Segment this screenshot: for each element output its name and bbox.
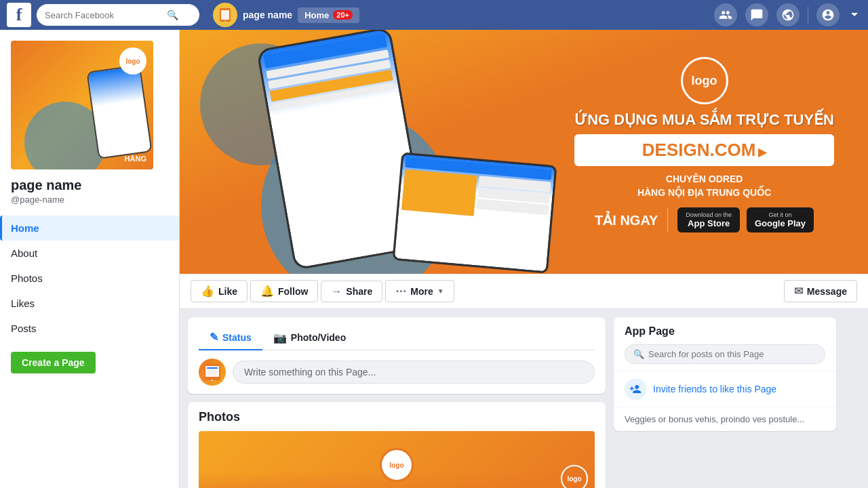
message-button[interactable]: ✉ Message xyxy=(784,280,857,302)
globe-icon[interactable] xyxy=(776,3,800,26)
right-column: App Page 🔍 Invite friends to like this P… xyxy=(614,317,844,488)
cover-tai-text: TẢI NGAY xyxy=(595,212,658,228)
two-col-layout: ✎ Status 📷 Photo/Video xyxy=(180,309,844,488)
main-column: ✎ Status 📷 Photo/Video xyxy=(180,317,614,488)
thumb-phone xyxy=(86,64,152,159)
cover-logo-text: logo xyxy=(692,74,717,88)
svg-rect-7 xyxy=(207,370,214,371)
right-panel-lorem: Veggies or bonus vehis, proindo ves post… xyxy=(614,407,836,431)
topnav-page-name: page name xyxy=(243,9,292,20)
tai-divider xyxy=(667,208,668,232)
share-button[interactable]: → Share xyxy=(321,281,382,302)
like-button[interactable]: 👍 Like xyxy=(191,280,248,302)
photo-center-logo: logo xyxy=(380,448,414,482)
topnav-center: page name Home 20+ xyxy=(199,3,714,27)
more-dropdown-arrow: ▼ xyxy=(437,287,444,295)
cover-bg: logo ỨNG DỤNG MUA SẮM TRỰC TUYẾN DESIGN.… xyxy=(180,30,868,274)
cover-photo: logo ỨNG DỤNG MUA SẮM TRỰC TUYẾN DESIGN.… xyxy=(180,30,868,274)
message-label: Message xyxy=(807,286,847,297)
cover-logo-circle: logo xyxy=(681,57,728,104)
search-icon: 🔍 xyxy=(167,9,178,20)
share-icon: → xyxy=(331,285,342,298)
pencil-icon: ✎ xyxy=(210,331,218,344)
cover-text-area: logo ỨNG DỤNG MUA SẮM TRỰC TUYẾN DESIGN.… xyxy=(574,57,834,232)
top-navigation: f 🔍 page name Home 20+ xyxy=(0,0,868,30)
cover-thumb-bg: logo ÚNG HÀNG xyxy=(11,41,153,169)
photo-tab-label: Photo/Video xyxy=(291,332,346,343)
cover-subtitle-1: CHUYÊN ODRED xyxy=(574,173,834,186)
thumbs-up-icon: 👍 xyxy=(201,285,214,298)
cover-site-box: DESIGN.COM ▶ xyxy=(574,134,834,166)
fb-logo-letter: f xyxy=(16,5,22,25)
friends-icon[interactable] xyxy=(714,3,737,26)
content-area: logo ỨNG DỤNG MUA SẮM TRỰC TUYẾN DESIGN.… xyxy=(180,30,868,488)
google-play-button[interactable]: Get it on Google Play xyxy=(747,207,814,232)
search-box[interactable]: 🔍 xyxy=(37,4,199,26)
nav-divider xyxy=(808,7,808,23)
google-play-sub: Get it on xyxy=(768,211,791,218)
message-icon: ✉ xyxy=(794,285,803,298)
search-sm-icon: 🔍 xyxy=(633,349,644,359)
left-sidebar: logo ÚNG HÀNG page name @page-name Home … xyxy=(0,30,180,488)
facebook-logo[interactable]: f xyxy=(7,3,31,27)
follow-button[interactable]: 🔔 Follow xyxy=(250,280,318,302)
like-label: Like xyxy=(218,286,237,297)
photos-section: Photos logo logo xyxy=(188,402,606,488)
svg-point-5 xyxy=(212,380,214,382)
sidebar-item-posts[interactable]: Posts xyxy=(0,316,179,341)
cover-main-title: ỨNG DỤNG MUA SẮM TRỰC TUYẾN xyxy=(574,111,834,129)
messages-icon[interactable] xyxy=(745,3,768,26)
create-page-button[interactable]: Create a Page xyxy=(11,352,96,373)
invite-icon xyxy=(625,378,646,400)
right-panel: App Page 🔍 Invite friends to like this P… xyxy=(614,317,836,431)
more-button[interactable]: ⋯ More ▼ xyxy=(385,280,454,302)
invite-text: Invite friends to like this Page xyxy=(653,384,776,394)
app-store-label: App Store xyxy=(688,218,730,228)
app-store-button[interactable]: Download on the App Store xyxy=(677,207,740,232)
sidebar-cover-photo[interactable]: logo ÚNG HÀNG xyxy=(11,41,153,169)
sidebar-item-about[interactable]: About xyxy=(0,241,179,266)
status-avatar xyxy=(199,359,226,386)
google-play-label: Google Play xyxy=(755,218,806,228)
home-button[interactable]: Home 20+ xyxy=(298,7,359,23)
account-icon[interactable] xyxy=(816,3,840,26)
notification-badge: 20+ xyxy=(333,10,353,20)
share-label: Share xyxy=(346,286,372,297)
sidebar-item-photos[interactable]: Photos xyxy=(0,266,179,291)
more-label: More xyxy=(410,286,433,297)
sidebar-page-handle: @page-name xyxy=(11,195,168,205)
status-input-field[interactable]: Write something on this Page... xyxy=(233,361,595,384)
cursor-icon: ▶ xyxy=(758,146,766,158)
sidebar-profile: logo ÚNG HÀNG page name @page-name xyxy=(0,30,179,210)
sidebar-item-home[interactable]: Home xyxy=(0,216,179,241)
status-tab-photo[interactable]: 📷 Photo/Video xyxy=(262,325,357,350)
photos-strip[interactable]: logo logo xyxy=(199,431,595,488)
home-label: Home xyxy=(304,10,329,20)
page-avatar-icon xyxy=(217,7,233,23)
avatar xyxy=(213,3,237,27)
main-layout: logo ÚNG HÀNG page name @page-name Home … xyxy=(0,30,868,488)
phone-mockup-tablet xyxy=(392,152,557,273)
cover-site-text: DESIGN.COM xyxy=(642,140,756,160)
status-tab-status[interactable]: ✎ Status xyxy=(199,325,262,350)
dropdown-icon[interactable] xyxy=(848,3,861,26)
status-box: ✎ Status 📷 Photo/Video xyxy=(188,317,606,394)
follow-label: Follow xyxy=(278,286,308,297)
sidebar-item-likes[interactable]: Likes xyxy=(0,291,179,316)
right-panel-title: App Page xyxy=(614,317,836,338)
svg-rect-6 xyxy=(207,367,218,369)
topnav-page-info: page name Home 20+ xyxy=(213,3,359,27)
svg-rect-1 xyxy=(221,10,229,20)
photos-title: Photos xyxy=(199,410,595,424)
status-tab-label: Status xyxy=(222,332,252,343)
search-input[interactable] xyxy=(45,10,167,20)
cover-tai-row: TẢI NGAY Download on the App Store Get i… xyxy=(574,207,834,232)
sidebar-nav: Home About Photos Likes Posts xyxy=(0,216,179,341)
invite-row[interactable]: Invite friends to like this Page xyxy=(614,371,836,407)
search-bar-row[interactable]: 🔍 xyxy=(625,344,825,364)
status-tabs: ✎ Status 📷 Photo/Video xyxy=(199,325,595,350)
page-search-input[interactable] xyxy=(648,349,816,359)
topnav-right xyxy=(714,3,861,26)
more-dots-icon: ⋯ xyxy=(395,285,406,298)
svg-point-2 xyxy=(224,20,226,22)
